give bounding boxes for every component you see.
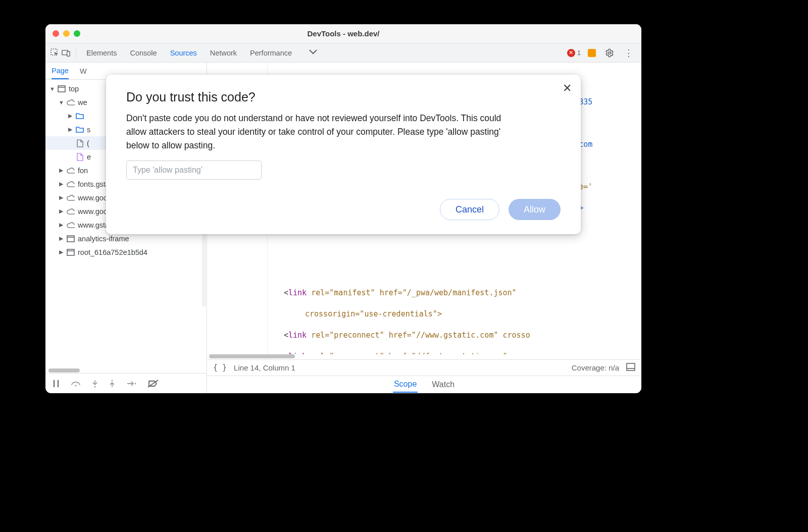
- chevron-right-icon[interactable]: ▶: [59, 208, 64, 215]
- svg-point-8: [94, 386, 96, 387]
- cloud-icon: [67, 167, 75, 175]
- window-title: DevTools - web.dev/: [45, 29, 641, 38]
- cloud-icon: [67, 194, 75, 202]
- filep-icon: [76, 153, 84, 161]
- tab-console[interactable]: Console: [130, 48, 157, 58]
- svg-rect-2: [67, 51, 70, 56]
- folder-icon: [76, 126, 84, 134]
- settings-icon[interactable]: [605, 48, 614, 58]
- tree-item-label: top: [69, 85, 79, 93]
- dialog-body: Don't paste code you do not understand o…: [126, 112, 510, 152]
- chevron-down-icon[interactable]: ▼: [49, 86, 55, 92]
- divider: [76, 48, 76, 58]
- tree-item-label: fon: [78, 167, 88, 175]
- svg-rect-5: [67, 236, 74, 242]
- cloud-icon: [67, 207, 75, 216]
- chevron-right-icon[interactable]: ▶: [68, 113, 73, 119]
- navigator-hscrollbar[interactable]: [45, 368, 207, 373]
- cursor-position: Line 14, Column 1: [234, 363, 295, 372]
- devtools-window: DevTools - web.dev/ Elements Console Sou…: [45, 24, 641, 393]
- tree-item-label: s: [87, 126, 90, 134]
- issues-badges: ✕ 1 ⋮: [567, 47, 636, 59]
- chevron-right-icon[interactable]: ▶: [59, 222, 64, 228]
- pretty-print-icon[interactable]: { }: [213, 363, 227, 372]
- kebab-menu-icon[interactable]: ⋮: [621, 47, 636, 59]
- main-toolbar: Elements Console Sources Network Perform…: [45, 43, 641, 63]
- more-tabs-icon[interactable]: [309, 49, 318, 57]
- error-icon: ✕: [567, 49, 575, 57]
- step-icon[interactable]: [126, 381, 136, 387]
- tree-item-label: root_616a752e1b5d4: [78, 248, 147, 256]
- dialog-title: Do you trust this code?: [126, 90, 561, 104]
- chevron-right-icon[interactable]: ▶: [59, 167, 64, 174]
- tree-item-label: analytics-iframe: [78, 235, 129, 243]
- window-controls: [45, 30, 80, 37]
- tab-scope[interactable]: Scope: [393, 377, 418, 393]
- tab-performance[interactable]: Performance: [250, 48, 292, 58]
- allow-pasting-input[interactable]: [126, 161, 262, 180]
- chevron-right-icon[interactable]: ▶: [59, 249, 64, 255]
- device-toggle-icon[interactable]: [62, 48, 71, 58]
- tree-item-label: e: [87, 153, 91, 161]
- svg-point-3: [609, 51, 611, 54]
- tab-sources[interactable]: Sources: [170, 48, 197, 58]
- editor-status-bar: { } Line 14, Column 1 Coverage: n/a: [207, 359, 641, 376]
- tree-item-label: we: [78, 98, 87, 107]
- chevron-right-icon[interactable]: ▶: [59, 194, 64, 201]
- svg-point-7: [75, 385, 77, 386]
- status-collapse-icon[interactable]: [626, 363, 635, 373]
- inspect-icon[interactable]: [50, 48, 60, 58]
- cancel-button[interactable]: Cancel: [440, 199, 499, 220]
- panel-tabs: Elements Console Sources Network Perform…: [86, 48, 565, 58]
- cloud-icon: [67, 180, 75, 188]
- cloud-icon: [67, 98, 75, 107]
- warn-badge[interactable]: [588, 49, 598, 57]
- allow-button[interactable]: Allow: [509, 199, 561, 220]
- navigator-tab-page[interactable]: Page: [52, 63, 69, 79]
- deactivate-breakpoints-icon[interactable]: [147, 380, 159, 388]
- tree-item-label: (: [87, 139, 89, 147]
- svg-rect-6: [67, 249, 74, 255]
- navigator-tab-w[interactable]: W: [80, 66, 87, 76]
- close-window-button[interactable]: [53, 30, 59, 37]
- editor-hscrollbar[interactable]: [207, 354, 641, 359]
- minimize-window-button[interactable]: [63, 30, 70, 37]
- step-over-icon[interactable]: [71, 380, 81, 387]
- svg-point-10: [135, 383, 136, 384]
- cloud-icon: [67, 221, 75, 229]
- trust-code-dialog: ✕ Do you trust this code? Don't paste co…: [106, 75, 581, 234]
- warn-icon: [588, 49, 596, 57]
- pause-icon[interactable]: [53, 380, 60, 388]
- debugger-toolbar: [45, 373, 207, 393]
- dialog-close-icon[interactable]: ✕: [563, 82, 572, 95]
- frame-icon: [67, 235, 75, 243]
- svg-rect-11: [627, 363, 635, 370]
- chevron-right-icon[interactable]: ▶: [59, 181, 64, 187]
- error-count: 1: [577, 49, 581, 57]
- svg-rect-4: [58, 86, 65, 92]
- tab-elements[interactable]: Elements: [86, 48, 117, 58]
- error-badge[interactable]: ✕ 1: [567, 49, 581, 57]
- frame-icon: [67, 248, 75, 256]
- tab-network[interactable]: Network: [210, 48, 237, 58]
- coverage-label: Coverage: n/a: [572, 363, 619, 372]
- titlebar: DevTools - web.dev/: [45, 24, 641, 43]
- tab-watch[interactable]: Watch: [431, 377, 456, 392]
- chevron-down-icon[interactable]: ▼: [59, 99, 64, 105]
- editor-vscrollbar[interactable]: [636, 63, 640, 354]
- file-icon: [76, 139, 84, 147]
- chevron-right-icon[interactable]: ▶: [68, 126, 73, 133]
- step-into-icon[interactable]: [92, 380, 98, 388]
- zoom-window-button[interactable]: [74, 30, 80, 37]
- tree-item[interactable]: ▶root_616a752e1b5d4: [45, 245, 207, 259]
- debugger-tabs: Scope Watch: [207, 376, 641, 393]
- chevron-right-icon[interactable]: ▶: [59, 235, 64, 242]
- svg-point-9: [112, 380, 113, 381]
- folder-icon: [76, 112, 84, 120]
- frame-icon: [58, 85, 66, 93]
- step-out-icon[interactable]: [109, 380, 115, 388]
